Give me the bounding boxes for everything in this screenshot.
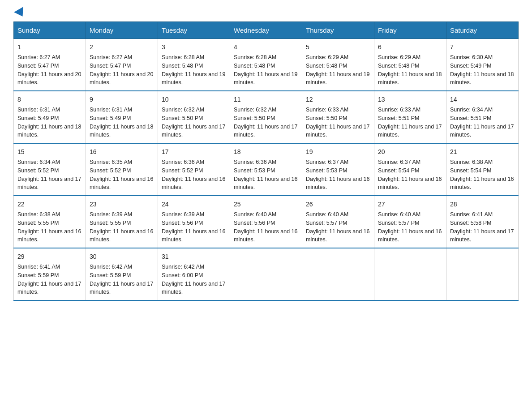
day-number: 22	[17, 200, 82, 209]
day-number: 7	[450, 43, 515, 52]
header-thursday: Thursday	[302, 22, 374, 39]
calendar-cell: 7Sunrise: 6:30 AMSunset: 5:49 PMDaylight…	[446, 39, 519, 91]
day-number: 18	[234, 147, 298, 157]
logo	[13, 9, 26, 17]
calendar-cell: 27Sunrise: 6:40 AMSunset: 5:57 PMDayligh…	[374, 196, 446, 248]
calendar-cell: 23Sunrise: 6:39 AMSunset: 5:55 PMDayligh…	[86, 196, 158, 248]
calendar-cell: 3Sunrise: 6:28 AMSunset: 5:48 PMDaylight…	[158, 39, 230, 91]
page-header	[13, 9, 519, 17]
calendar-cell: 21Sunrise: 6:38 AMSunset: 5:54 PMDayligh…	[446, 143, 519, 196]
logo-arrow-icon	[14, 7, 27, 19]
day-number: 19	[306, 147, 370, 157]
day-number: 8	[17, 95, 82, 104]
calendar-table: SundayMondayTuesdayWednesdayThursdayFrid…	[13, 21, 519, 301]
header-tuesday: Tuesday	[158, 22, 230, 39]
calendar-cell: 29Sunrise: 6:41 AMSunset: 5:59 PMDayligh…	[14, 248, 86, 300]
calendar-cell	[446, 248, 519, 300]
day-number: 4	[234, 43, 298, 52]
calendar-cell: 20Sunrise: 6:37 AMSunset: 5:54 PMDayligh…	[374, 143, 446, 196]
calendar-cell: 26Sunrise: 6:40 AMSunset: 5:57 PMDayligh…	[302, 196, 374, 248]
day-number: 24	[162, 200, 226, 209]
day-number: 23	[90, 200, 154, 209]
day-number: 9	[90, 95, 154, 104]
calendar-cell: 30Sunrise: 6:42 AMSunset: 5:59 PMDayligh…	[86, 248, 158, 300]
calendar-cell: 11Sunrise: 6:32 AMSunset: 5:50 PMDayligh…	[230, 91, 302, 143]
calendar-cell: 12Sunrise: 6:33 AMSunset: 5:50 PMDayligh…	[302, 91, 374, 143]
header-friday: Friday	[374, 22, 446, 39]
calendar-cell: 1Sunrise: 6:27 AMSunset: 5:47 PMDaylight…	[14, 39, 86, 91]
header-wednesday: Wednesday	[230, 22, 302, 39]
calendar-cell	[230, 248, 302, 300]
calendar-cell: 5Sunrise: 6:29 AMSunset: 5:48 PMDaylight…	[302, 39, 374, 91]
calendar-cell: 14Sunrise: 6:34 AMSunset: 5:51 PMDayligh…	[446, 91, 519, 143]
calendar-cell: 4Sunrise: 6:28 AMSunset: 5:48 PMDaylight…	[230, 39, 302, 91]
day-number: 20	[378, 147, 442, 157]
calendar-cell: 28Sunrise: 6:41 AMSunset: 5:58 PMDayligh…	[446, 196, 519, 248]
calendar-cell: 24Sunrise: 6:39 AMSunset: 5:56 PMDayligh…	[158, 196, 230, 248]
calendar-cell: 18Sunrise: 6:36 AMSunset: 5:53 PMDayligh…	[230, 143, 302, 196]
day-number: 11	[234, 95, 298, 104]
day-number: 28	[450, 200, 515, 209]
day-number: 5	[306, 43, 370, 52]
calendar-week-row: 29Sunrise: 6:41 AMSunset: 5:59 PMDayligh…	[14, 248, 519, 300]
day-number: 12	[306, 95, 370, 104]
calendar-cell: 2Sunrise: 6:27 AMSunset: 5:47 PMDaylight…	[86, 39, 158, 91]
calendar-cell	[302, 248, 374, 300]
calendar-cell	[374, 248, 446, 300]
header-saturday: Saturday	[446, 22, 519, 39]
day-number: 15	[17, 147, 82, 157]
calendar-cell: 25Sunrise: 6:40 AMSunset: 5:56 PMDayligh…	[230, 196, 302, 248]
calendar-header-row: SundayMondayTuesdayWednesdayThursdayFrid…	[14, 22, 519, 39]
day-number: 29	[17, 252, 82, 261]
day-number: 6	[378, 43, 442, 52]
calendar-cell: 15Sunrise: 6:34 AMSunset: 5:52 PMDayligh…	[14, 143, 86, 196]
day-number: 10	[162, 95, 226, 104]
calendar-week-row: 8Sunrise: 6:31 AMSunset: 5:49 PMDaylight…	[14, 91, 519, 143]
day-number: 2	[90, 43, 154, 52]
day-number: 16	[90, 147, 154, 157]
calendar-week-row: 1Sunrise: 6:27 AMSunset: 5:47 PMDaylight…	[14, 39, 519, 91]
calendar-cell: 16Sunrise: 6:35 AMSunset: 5:52 PMDayligh…	[86, 143, 158, 196]
day-number: 31	[162, 252, 226, 261]
day-number: 1	[17, 43, 82, 52]
day-number: 27	[378, 200, 442, 209]
calendar-cell: 22Sunrise: 6:38 AMSunset: 5:55 PMDayligh…	[14, 196, 86, 248]
day-number: 25	[234, 200, 298, 209]
calendar-cell: 13Sunrise: 6:33 AMSunset: 5:51 PMDayligh…	[374, 91, 446, 143]
calendar-cell: 19Sunrise: 6:37 AMSunset: 5:53 PMDayligh…	[302, 143, 374, 196]
calendar-week-row: 15Sunrise: 6:34 AMSunset: 5:52 PMDayligh…	[14, 143, 519, 196]
day-number: 14	[450, 95, 515, 104]
calendar-cell: 31Sunrise: 6:42 AMSunset: 6:00 PMDayligh…	[158, 248, 230, 300]
calendar-cell: 6Sunrise: 6:29 AMSunset: 5:48 PMDaylight…	[374, 39, 446, 91]
day-number: 3	[162, 43, 226, 52]
calendar-cell: 9Sunrise: 6:31 AMSunset: 5:49 PMDaylight…	[86, 91, 158, 143]
day-number: 30	[90, 252, 154, 261]
header-monday: Monday	[86, 22, 158, 39]
header-sunday: Sunday	[14, 22, 86, 39]
calendar-cell: 10Sunrise: 6:32 AMSunset: 5:50 PMDayligh…	[158, 91, 230, 143]
calendar-cell: 17Sunrise: 6:36 AMSunset: 5:52 PMDayligh…	[158, 143, 230, 196]
day-number: 13	[378, 95, 442, 104]
day-number: 21	[450, 147, 515, 157]
day-number: 26	[306, 200, 370, 209]
logo-blue-text	[13, 9, 26, 17]
day-number: 17	[162, 147, 226, 157]
calendar-cell: 8Sunrise: 6:31 AMSunset: 5:49 PMDaylight…	[14, 91, 86, 143]
calendar-week-row: 22Sunrise: 6:38 AMSunset: 5:55 PMDayligh…	[14, 196, 519, 248]
